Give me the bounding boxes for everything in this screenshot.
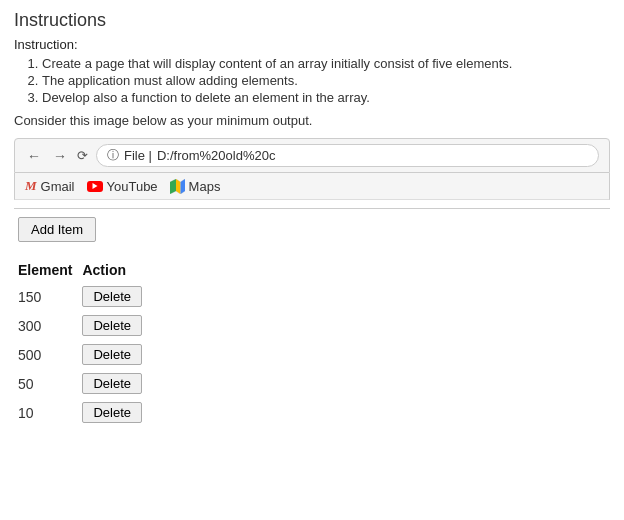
table-row: 300Delete bbox=[18, 311, 152, 340]
bookmark-gmail-label: Gmail bbox=[41, 179, 75, 194]
bookmark-youtube[interactable]: YouTube bbox=[87, 179, 158, 194]
delete-button[interactable]: Delete bbox=[82, 315, 142, 336]
col-header-element: Element bbox=[18, 258, 82, 282]
delete-button[interactable]: Delete bbox=[82, 373, 142, 394]
bookmark-youtube-label: YouTube bbox=[107, 179, 158, 194]
browser-bar: ← → ⟳ ⓘ File | D:/from%20old%20c bbox=[14, 138, 610, 173]
divider bbox=[14, 208, 610, 209]
content-area: Add Item Element Action 150Delete300Dele… bbox=[14, 217, 610, 427]
table-row: 10Delete bbox=[18, 398, 152, 427]
url-protocol: File | bbox=[124, 148, 152, 163]
cell-action: Delete bbox=[82, 398, 152, 427]
cell-action: Delete bbox=[82, 311, 152, 340]
bookmark-maps-label: Maps bbox=[189, 179, 221, 194]
cell-element-value: 50 bbox=[18, 369, 82, 398]
table-row: 50Delete bbox=[18, 369, 152, 398]
back-button[interactable]: ← bbox=[25, 149, 43, 163]
cell-element-value: 300 bbox=[18, 311, 82, 340]
cell-element-value: 10 bbox=[18, 398, 82, 427]
delete-button[interactable]: Delete bbox=[82, 402, 142, 423]
table-header-row: Element Action bbox=[18, 258, 152, 282]
instructions-list: Create a page that will display content … bbox=[42, 56, 610, 105]
cell-action: Delete bbox=[82, 340, 152, 369]
cell-element-value: 150 bbox=[18, 282, 82, 311]
instruction-step-3: Develop also a function to delete an ele… bbox=[42, 90, 610, 105]
table-body: 150Delete300Delete500Delete50Delete10Del… bbox=[18, 282, 152, 427]
page-title: Instructions bbox=[14, 10, 610, 31]
maps-icon bbox=[170, 179, 185, 194]
reload-button[interactable]: ⟳ bbox=[77, 148, 88, 163]
instruction-step-2: The application must allow adding elemen… bbox=[42, 73, 610, 88]
youtube-icon bbox=[87, 181, 103, 192]
delete-button[interactable]: Delete bbox=[82, 286, 142, 307]
col-header-action: Action bbox=[82, 258, 152, 282]
url-path: D:/from%20old%20c bbox=[157, 148, 276, 163]
instruction-step-1: Create a page that will display content … bbox=[42, 56, 610, 71]
delete-button[interactable]: Delete bbox=[82, 344, 142, 365]
table-row: 500Delete bbox=[18, 340, 152, 369]
add-item-button[interactable]: Add Item bbox=[18, 217, 96, 242]
cell-action: Delete bbox=[82, 369, 152, 398]
browser-url-bar[interactable]: ⓘ File | D:/from%20old%20c bbox=[96, 144, 599, 167]
cell-element-value: 500 bbox=[18, 340, 82, 369]
elements-table: Element Action 150Delete300Delete500Dele… bbox=[18, 258, 152, 427]
bookmark-gmail[interactable]: M Gmail bbox=[25, 178, 75, 194]
cell-action: Delete bbox=[82, 282, 152, 311]
bookmark-maps[interactable]: Maps bbox=[170, 179, 221, 194]
forward-button[interactable]: → bbox=[51, 149, 69, 163]
instruction-label: Instruction: bbox=[14, 37, 610, 52]
table-row: 150Delete bbox=[18, 282, 152, 311]
bookmarks-bar: M Gmail YouTube Maps bbox=[14, 173, 610, 200]
gmail-icon: M bbox=[25, 178, 37, 194]
info-icon: ⓘ bbox=[107, 147, 119, 164]
consider-text: Consider this image below as your minimu… bbox=[14, 113, 610, 128]
